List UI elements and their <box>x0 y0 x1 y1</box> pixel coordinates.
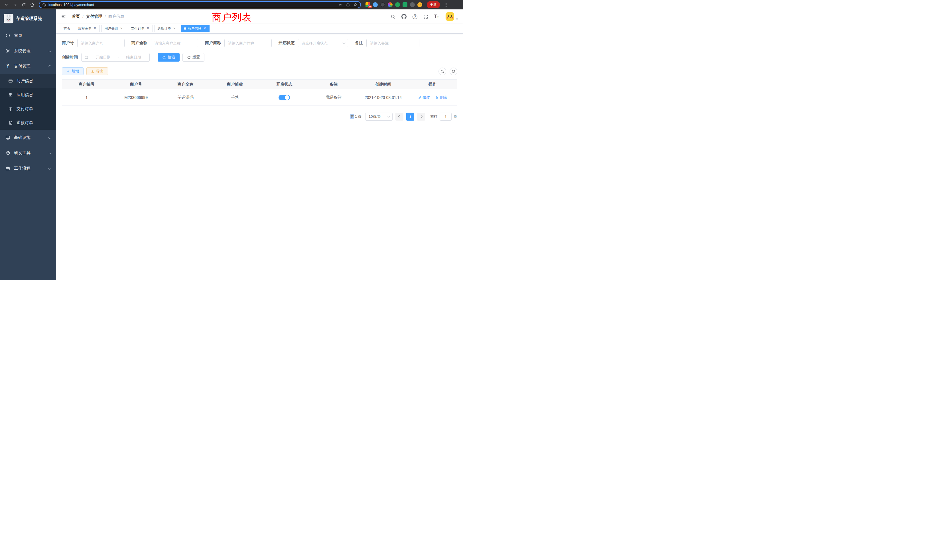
tab-refund-order[interactable]: 退款订单 × <box>154 25 179 32</box>
sidebar-item-pay-order[interactable]: 支付订单 <box>0 102 56 116</box>
close-icon[interactable]: × <box>203 27 207 30</box>
fullscreen-button[interactable] <box>424 14 428 19</box>
sidebar-item-infrastructure[interactable]: 基础设施 <box>0 130 56 145</box>
sidebar-item-merchant-info[interactable]: 商户信息 <box>0 74 56 88</box>
sidebar-item-workflow[interactable]: 工作流程 <box>0 160 56 176</box>
help-button[interactable]: ? <box>413 14 418 19</box>
chrome-update-button[interactable]: 更新 <box>427 1 440 8</box>
remark-input[interactable] <box>366 39 419 47</box>
export-button[interactable]: 导出 <box>86 67 108 75</box>
address-bar-actions <box>338 3 357 7</box>
page-size-select[interactable]: 10条/页 <box>365 113 393 121</box>
forward-button[interactable] <box>11 1 19 9</box>
sidebar-item-label: 支付管理 <box>14 64 30 69</box>
extension-icon-3[interactable] <box>380 2 385 7</box>
sidebar-logo[interactable]: 芋道管理系统 <box>0 9 56 28</box>
close-icon[interactable]: × <box>146 27 150 30</box>
date-start-placeholder[interactable]: 开始日期 <box>90 55 116 60</box>
delete-button[interactable]: 删除 <box>435 95 447 100</box>
short-name-label: 商户简称 <box>205 41 221 45</box>
tab-label: 支付订单 <box>131 26 145 31</box>
refresh-table-button[interactable] <box>449 68 457 75</box>
close-icon[interactable]: × <box>93 27 97 30</box>
export-button-label: 导出 <box>96 69 103 74</box>
page-size-value: 10条/页 <box>369 114 381 119</box>
search-button[interactable] <box>390 14 395 19</box>
short-name-input[interactable] <box>224 39 272 47</box>
breadcrumb-home[interactable]: 首页 <box>72 14 80 19</box>
extension-icon-8[interactable] <box>418 2 422 7</box>
edit-button[interactable]: 修改 <box>418 95 430 100</box>
tab-home[interactable]: 首页 <box>61 25 73 32</box>
merchant-no-input[interactable] <box>77 39 125 47</box>
user-menu[interactable] <box>445 12 458 21</box>
tab-user-group[interactable]: 用户分组 × <box>101 25 126 32</box>
toggle-knob <box>285 95 289 100</box>
github-button[interactable] <box>401 14 407 19</box>
full-name-input[interactable] <box>151 39 198 47</box>
cell-remark: 我是备注 <box>309 89 359 106</box>
goto-suffix: 页 <box>454 114 457 119</box>
extension-icon-2[interactable] <box>373 2 378 7</box>
info-icon[interactable] <box>42 3 46 7</box>
address-bar[interactable]: localhost:1024/pay/merchant <box>39 1 361 8</box>
sidebar-item-refund-order[interactable]: 退款订单 <box>0 116 56 130</box>
tab-pay-order[interactable]: 支付订单 × <box>128 25 153 32</box>
browser-chrome: localhost:1024/pay/merchant 10 更新 <box>0 0 463 9</box>
reset-button[interactable]: 重置 <box>183 53 204 62</box>
col-actions: 操作 <box>408 80 457 89</box>
sidebar-item-system[interactable]: 系统管理 <box>0 43 56 59</box>
cell-actions: 修改 删除 <box>408 89 457 106</box>
col-status: 开启状态 <box>260 80 309 89</box>
sidebar-item-dev-tools[interactable]: 研发工具 <box>0 145 56 160</box>
pagination-total: 共1条 <box>350 114 362 119</box>
avatar[interactable] <box>445 12 454 21</box>
sidebar-item-payment[interactable]: ¥ 支付管理 <box>0 59 56 74</box>
extension-icon-1[interactable]: 10 <box>366 2 370 7</box>
goto-page-input[interactable] <box>440 113 452 121</box>
date-end-placeholder[interactable]: 结束日期 <box>121 55 147 60</box>
url-text[interactable]: localhost:1024/pay/merchant <box>48 3 336 7</box>
tab-merchant-info[interactable]: 商户信息 × <box>181 25 210 32</box>
status-select[interactable] <box>298 39 348 47</box>
sidebar-fold-button[interactable] <box>61 14 66 19</box>
extension-icon-4[interactable] <box>388 2 393 7</box>
refresh-icon <box>452 70 455 73</box>
merchant-table: 商户编号 商户号 商户全称 商户简称 开启状态 备注 创建时间 操作 1 M23… <box>62 79 457 106</box>
next-page-button[interactable] <box>417 113 425 121</box>
page-1-button[interactable]: 1 <box>406 113 414 121</box>
status-select-input[interactable] <box>298 39 348 47</box>
chevron-down-icon[interactable] <box>456 18 458 20</box>
reload-button[interactable] <box>20 1 27 9</box>
extension-icon-7[interactable] <box>410 2 415 7</box>
close-icon[interactable]: × <box>120 27 123 30</box>
share-icon[interactable] <box>346 3 350 7</box>
key-icon[interactable] <box>338 3 343 7</box>
goto-prefix: 前往 <box>430 114 437 119</box>
extension-icon-5[interactable] <box>395 2 400 7</box>
status-toggle[interactable] <box>278 95 290 100</box>
chevron-right-icon <box>420 115 422 118</box>
home-button[interactable] <box>29 1 36 9</box>
prev-page-button[interactable] <box>395 113 403 121</box>
sidebar-item-label: 系统管理 <box>14 48 30 54</box>
bookmark-star-icon[interactable] <box>353 3 357 7</box>
date-range-picker[interactable]: 开始日期 - 结束日期 <box>81 53 150 62</box>
back-button[interactable] <box>3 1 10 9</box>
tab-process-form[interactable]: 流程表单 × <box>75 25 100 32</box>
extension-icon-6[interactable] <box>402 2 407 7</box>
back-icon <box>4 3 9 7</box>
close-icon[interactable]: × <box>172 27 177 30</box>
forward-icon <box>13 3 17 7</box>
sidebar-item-home[interactable]: 首页 <box>0 28 56 43</box>
breadcrumb-payment[interactable]: 支付管理 <box>86 14 102 19</box>
sidebar-item-app-info[interactable]: 应用信息 <box>0 88 56 102</box>
show-search-toggle-button[interactable] <box>439 68 446 75</box>
refresh-icon <box>187 56 191 59</box>
chevron-down-icon <box>48 49 51 52</box>
kebab-menu-icon[interactable] <box>443 3 448 7</box>
font-size-button[interactable]: TT <box>434 14 439 19</box>
total-prefix: 共 <box>350 114 354 119</box>
add-button[interactable]: 新增 <box>62 67 83 75</box>
search-submit-button[interactable]: 搜索 <box>158 53 180 62</box>
